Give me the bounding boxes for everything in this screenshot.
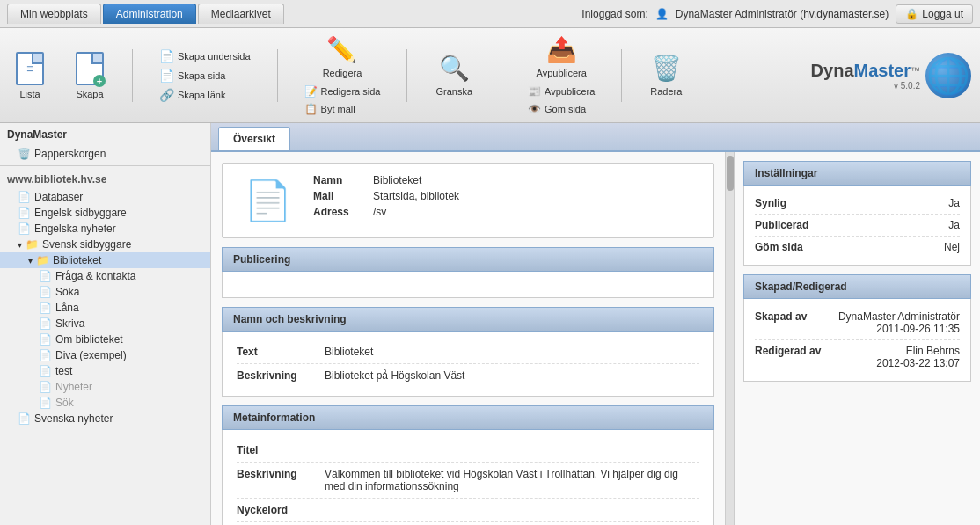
template-icon: 📋 bbox=[304, 103, 318, 115]
lista-label: Lista bbox=[19, 89, 40, 99]
granska-button[interactable]: 🔍 Granska bbox=[428, 52, 479, 98]
page-icon-2: 📄 bbox=[159, 69, 174, 83]
sep4 bbox=[501, 49, 501, 102]
skapa-button[interactable]: + Skapa bbox=[69, 50, 111, 101]
sidebar-item-engelsk-sidbyggare[interactable]: 📄 Engelsk sidbyggare bbox=[0, 205, 210, 221]
inst-value-2: Nej bbox=[944, 241, 960, 253]
logo-globe: 🌐 bbox=[925, 53, 971, 98]
byt-mall-button[interactable]: 📋 Byt mall bbox=[299, 101, 386, 117]
user-name: DynaMaster Administratör (hv.dynamaster.… bbox=[676, 8, 889, 20]
sidebar-item-svensk-sidbyggare[interactable]: ▾ 📁 Svensk sidbyggare bbox=[0, 237, 210, 252]
meta-value-2 bbox=[325, 504, 699, 516]
installningar-header: Inställningar bbox=[743, 161, 971, 186]
redigera-button[interactable]: ✏️ Redigera bbox=[316, 33, 369, 80]
inst-value-0: Ja bbox=[948, 197, 960, 209]
sidebar-item-sok[interactable]: 📄 Sök bbox=[0, 395, 210, 411]
sep1 bbox=[132, 49, 133, 102]
sk-row-0: Skapad av DynaMaster Administratör 2011-… bbox=[755, 306, 960, 340]
nb-row-1: Beskrivning Biblioteket på Högskolan Väs… bbox=[237, 364, 699, 387]
scrollbar[interactable] bbox=[725, 152, 734, 525]
sidebar-item-skriva[interactable]: 📄 Skriva bbox=[0, 316, 210, 332]
meta-row-0: Titel bbox=[237, 439, 699, 463]
inst-row-2: Göm sida Nej bbox=[755, 237, 960, 258]
page-icon-ob: 📄 bbox=[39, 333, 52, 346]
installningar-body: Synlig Ja Publicerad Ja Göm sida Nej bbox=[743, 186, 971, 266]
namn-label: Namn bbox=[313, 174, 366, 186]
tab-mediaarkivet[interactable]: Mediaarkivet bbox=[198, 4, 284, 24]
publicering-body bbox=[222, 272, 714, 298]
inst-value-1: Ja bbox=[948, 219, 960, 231]
page-icon-sk: 📄 bbox=[39, 317, 52, 330]
skapad-body: Skapad av DynaMaster Administratör 2011-… bbox=[743, 299, 971, 382]
sidebar-item-fraga[interactable]: 📄 Fråga & kontakta bbox=[0, 268, 210, 284]
sidebar-item-diva[interactable]: 📄 Diva (exempel) bbox=[0, 347, 210, 363]
link-icon: 🔗 bbox=[159, 88, 174, 102]
meta-value-0 bbox=[325, 444, 699, 456]
tab-oversikt[interactable]: Översikt bbox=[218, 127, 290, 150]
nb-row-0: Text Biblioteket bbox=[237, 340, 699, 364]
skapa-lank-button[interactable]: 🔗 Skapa länk bbox=[154, 86, 256, 104]
scroll-thumb[interactable] bbox=[727, 156, 734, 191]
tab-administration[interactable]: Administration bbox=[103, 4, 196, 24]
sidebar-item-om-biblioteket[interactable]: 📄 Om biblioteket bbox=[0, 332, 210, 347]
radera-button[interactable]: 🗑️ Radera bbox=[643, 52, 689, 98]
dynamaster-label: DynaMaster bbox=[0, 123, 210, 146]
page-icon-di: 📄 bbox=[39, 349, 52, 361]
sk-value-group-0: DynaMaster Administratör 2011-09-26 11:3… bbox=[838, 310, 960, 335]
sk-label-1: Redigerad av bbox=[755, 345, 821, 357]
trash-icon: 🗑️ bbox=[18, 148, 31, 160]
domain-label: www.bibliotek.hv.se bbox=[0, 170, 210, 189]
sidebar-item-svenska-nyheter[interactable]: 📄 Svenska nyheter bbox=[0, 411, 210, 427]
header-fields: Namn Biblioteket Mall Startsida, bibliot… bbox=[313, 174, 459, 227]
sidebar-item-biblioteket[interactable]: ▾ 📁 Biblioteket bbox=[0, 252, 210, 268]
redigera-sida-button[interactable]: 📝 Redigera sida bbox=[299, 84, 386, 99]
overview-header: 📄 Namn Biblioteket Mall Startsida, bibli… bbox=[222, 163, 714, 238]
nb-value-0: Biblioteket bbox=[325, 346, 699, 358]
namn-beskrivning-body: Text Biblioteket Beskrivning Biblioteket… bbox=[222, 332, 714, 397]
sidebar-item-lana[interactable]: 📄 Låna bbox=[0, 300, 210, 316]
skapa-sida-button[interactable]: 📄 Skapa sida bbox=[154, 67, 256, 84]
granska-label: Granska bbox=[435, 86, 472, 97]
radera-label: Radera bbox=[650, 86, 682, 97]
sidebar-item-soka[interactable]: 📄 Söka bbox=[0, 284, 210, 300]
skapa-label: Skapa bbox=[76, 89, 103, 99]
page-icon-f: 📄 bbox=[39, 270, 52, 282]
sidebar-item-engelska-nyheter[interactable]: 📄 Engelska nyheter bbox=[0, 221, 210, 237]
skapa-icon: + bbox=[76, 52, 104, 85]
adress-value: /sv bbox=[373, 206, 386, 218]
nb-value-1: Biblioteket på Högskolan Väst bbox=[325, 369, 699, 382]
avpublicera-button[interactable]: 📤 Avpublicera bbox=[530, 33, 594, 80]
lista-button[interactable]: ≡ Lista bbox=[9, 50, 51, 101]
page-icon-sn: 📄 bbox=[18, 412, 31, 425]
logo-version: v 5.0.2 bbox=[894, 81, 920, 91]
gom-sida-button[interactable]: 👁️ Göm sida bbox=[523, 101, 600, 117]
sidebar-item-papperskorgen[interactable]: 🗑️ Papperskorgen bbox=[0, 146, 210, 162]
sk-value-0: DynaMaster Administratör bbox=[838, 310, 960, 323]
sidebar-item-test[interactable]: 📄 test bbox=[0, 363, 210, 379]
inst-label-1: Publicerad bbox=[755, 219, 808, 231]
page-icon-so: 📄 bbox=[39, 286, 52, 298]
skapa-group: 📄 Skapa undersida 📄 Skapa sida 🔗 Skapa l… bbox=[154, 47, 256, 104]
logout-label: Logga ut bbox=[922, 8, 963, 20]
logo-tm: ™ bbox=[911, 65, 920, 76]
logo: Dyna Master ™ v 5.0.2 🌐 bbox=[811, 49, 971, 102]
page-icon-te: 📄 bbox=[39, 365, 52, 377]
field-namn: Namn Biblioteket bbox=[313, 174, 459, 186]
sk-value-0b: 2011-09-26 11:35 bbox=[838, 323, 960, 335]
logout-button[interactable]: 🔒 Logga ut bbox=[896, 4, 973, 24]
avpublicera-label: Avpublicera bbox=[537, 68, 587, 78]
expand-icon-bib: ▾ bbox=[28, 256, 33, 266]
page-icon-ny: 📄 bbox=[39, 381, 52, 393]
content-area: Översikt 📄 Namn Biblioteket Mall St bbox=[211, 123, 980, 525]
meta-header: Metainformation bbox=[222, 405, 714, 430]
skapa-undersida-button[interactable]: 📄 Skapa undersida bbox=[154, 47, 256, 65]
inst-label-2: Göm sida bbox=[755, 241, 803, 253]
inloggad-som-label: Inloggad som: bbox=[581, 8, 647, 20]
avpublicera-top-button[interactable]: 📰 Avpublicera bbox=[523, 84, 600, 99]
unpublish-top-icon: 📰 bbox=[528, 85, 541, 98]
tab-min-webbplats[interactable]: Min webbplats bbox=[7, 4, 101, 24]
page-icon-db: 📄 bbox=[18, 191, 31, 203]
sidebar-item-nyheter[interactable]: 📄 Nyheter bbox=[0, 379, 210, 395]
meta-label-2: Nyckelord bbox=[237, 504, 325, 516]
sidebar-item-databaser[interactable]: 📄 Databaser bbox=[0, 189, 210, 205]
